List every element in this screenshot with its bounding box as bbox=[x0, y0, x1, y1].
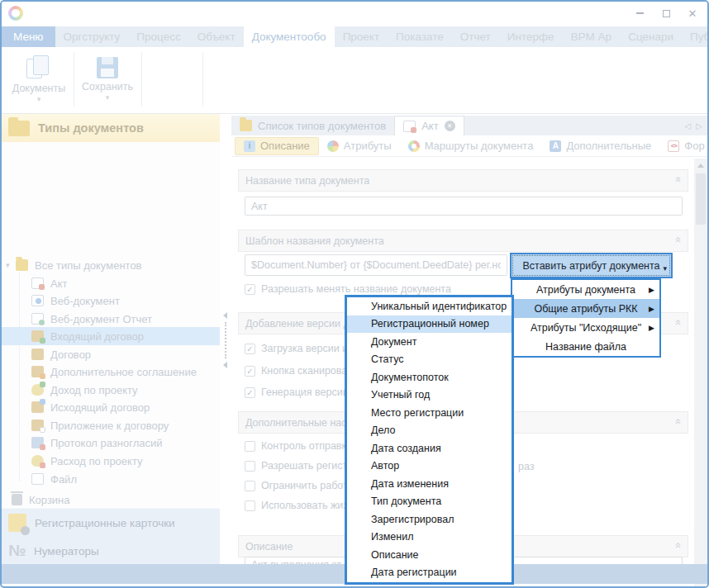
tab-docflow[interactable]: Документообо bbox=[244, 26, 335, 47]
lifecycle-checkbox[interactable]: Использовать жизн bbox=[245, 500, 354, 511]
submenu-item-author[interactable]: Автор bbox=[347, 458, 512, 476]
submenu-item-creation-date[interactable]: Дата создания bbox=[347, 439, 512, 458]
tab-publications[interactable]: Публикац bbox=[682, 26, 709, 47]
submenu-item-registered-by[interactable]: Зарегистрировал bbox=[347, 510, 512, 529]
view-tab-forms[interactable]: <> Фор bbox=[659, 137, 709, 155]
tab-bpm[interactable]: BPM Ар bbox=[563, 26, 621, 47]
checkbox-checked-icon[interactable]: ✓ bbox=[245, 284, 255, 295]
app-window: ✕ Меню Оргструкту Процесс Объект Докумен… bbox=[0, 0, 709, 588]
submenu-item-registration-place[interactable]: Место регистрации bbox=[347, 404, 512, 422]
submenu-item-status[interactable]: Статус bbox=[347, 351, 512, 369]
collapse-left-icon[interactable] bbox=[223, 312, 227, 319]
submenu-item-accounting-year[interactable]: Учетный год bbox=[347, 386, 512, 405]
tree-item-additional-agreement[interactable]: Дополнительное соглашение bbox=[2, 363, 220, 381]
tab-interface[interactable]: Интерфе bbox=[499, 26, 563, 47]
restrict-work-checkbox[interactable]: Ограничить работу bbox=[245, 480, 353, 491]
submenu-item-modified-by[interactable]: Изменил bbox=[347, 529, 512, 547]
collapse-section-icon[interactable]: » bbox=[671, 178, 683, 183]
tab-act[interactable]: Акт ✕ bbox=[394, 116, 464, 135]
view-tab-attributes[interactable]: Атрибуты bbox=[319, 137, 400, 155]
tree-item-trash[interactable]: Корзина bbox=[2, 491, 220, 509]
name-template-input[interactable] bbox=[245, 254, 507, 276]
checkbox-checked-icon[interactable]: ✓ bbox=[245, 387, 255, 398]
version-generation-checkbox[interactable]: ✓ Генерация версии п bbox=[245, 386, 357, 398]
tab-report[interactable]: Отчет bbox=[452, 26, 499, 47]
submenu-item-modified-date[interactable]: Дата изменения bbox=[347, 475, 512, 493]
tab-menu[interactable]: Меню bbox=[2, 26, 55, 47]
allow-register-checkbox[interactable]: Разрешать регистр bbox=[245, 460, 353, 472]
save-button[interactable]: Сохранить ▾ bbox=[75, 50, 140, 110]
close-icon: ✕ bbox=[688, 7, 697, 20]
collapse-section-icon[interactable]: » bbox=[671, 321, 683, 325]
incoming-contract-icon bbox=[31, 330, 44, 342]
nav-item-numerators[interactable]: № Нумераторы bbox=[2, 537, 220, 565]
dropdown-caret-icon: ▾ bbox=[106, 93, 110, 102]
tree-item-contract-attachment[interactable]: Приложение к договору bbox=[2, 416, 220, 434]
tree-item-web-document[interactable]: Веб-документ bbox=[2, 292, 220, 310]
tab-doc-type-list[interactable]: Список типов документов bbox=[231, 116, 394, 135]
view-tab-routes[interactable]: Маршруты документа bbox=[400, 137, 542, 155]
collapse-section-icon[interactable]: » bbox=[671, 239, 683, 243]
scroll-up-button[interactable] bbox=[694, 159, 707, 172]
tree-item-web-document-report[interactable]: Веб-документ Отчет bbox=[2, 310, 220, 328]
tree-item-incoming-contract[interactable]: Входящий договор bbox=[2, 327, 220, 345]
submenu-item-registration-date[interactable]: Дата регистрации bbox=[347, 564, 512, 582]
nav-item-registration-cards[interactable]: Регистрационные карточки bbox=[2, 509, 220, 537]
allow-rename-checkbox[interactable]: ✓ Разрешать менять название документа bbox=[245, 283, 451, 295]
send-control-checkbox[interactable]: Контроль отправки bbox=[245, 440, 352, 452]
view-tab-additional[interactable]: A Дополнительные bbox=[541, 137, 659, 155]
maximize-button[interactable] bbox=[659, 7, 673, 20]
tab-indicators[interactable]: Показате bbox=[388, 26, 452, 47]
menu-item-outgoing-attributes[interactable]: Атрибуты "Исходящие" ▶ bbox=[512, 318, 659, 337]
submenu-item-registration-number[interactable]: Регистрационный номер bbox=[347, 315, 512, 334]
tab-object[interactable]: Объект bbox=[189, 26, 244, 47]
close-button[interactable]: ✕ bbox=[686, 7, 699, 20]
version-upload-checkbox[interactable]: ✓ Загрузка версии из bbox=[245, 343, 353, 354]
dropdown-caret-icon: ▾ bbox=[663, 264, 667, 273]
submenu-item-document-type[interactable]: Тип документа bbox=[347, 493, 512, 511]
insert-attribute-button[interactable]: Вставить атрибут документа ▾ bbox=[510, 253, 673, 278]
submenu-item-case[interactable]: Дело bbox=[347, 422, 512, 440]
section-header-name[interactable]: Название типа документа » bbox=[238, 169, 688, 192]
menu-item-common-rkk-attributes[interactable]: Общие атрибуты РКК ▶ bbox=[512, 299, 659, 318]
tab-close-icon[interactable]: ✕ bbox=[445, 121, 455, 131]
vertical-scrollbar[interactable] bbox=[694, 159, 707, 588]
tree-item-contract[interactable]: Договор bbox=[2, 345, 220, 363]
documents-button[interactable]: Документы ▾ bbox=[7, 50, 71, 110]
menu-item-file-name[interactable]: Название файла bbox=[512, 337, 659, 356]
checkbox-checked-icon[interactable]: ✓ bbox=[245, 366, 255, 377]
submenu-item-docflow[interactable]: Документопоток bbox=[347, 368, 512, 386]
collapse-left-icon[interactable] bbox=[223, 362, 227, 368]
splitter-grip[interactable] bbox=[225, 322, 226, 358]
menu-item-document-attributes[interactable]: Атрибуты документа ▶ bbox=[512, 280, 659, 299]
scan-button-checkbox[interactable]: ✓ Кнопка сканирован bbox=[245, 365, 353, 377]
attachment-icon bbox=[31, 420, 44, 431]
expander-icon[interactable]: ▾ bbox=[6, 261, 16, 269]
minimize-button[interactable] bbox=[633, 7, 646, 20]
doc-type-name-input[interactable] bbox=[245, 197, 683, 216]
collapse-section-icon[interactable]: » bbox=[671, 420, 683, 424]
scrollbar-thumb[interactable] bbox=[696, 173, 706, 225]
tree-item-project-income[interactable]: Доход по проекту bbox=[2, 381, 220, 399]
tree-root-all-doc-types[interactable]: ▾ Все типы документов bbox=[2, 256, 220, 274]
view-tab-description[interactable]: i Описание bbox=[235, 137, 319, 155]
submenu-item-unique-id[interactable]: Уникальный идентификатор bbox=[347, 297, 512, 315]
tab-scroll-right-icon[interactable]: ▷ bbox=[696, 121, 702, 130]
tree-item-project-expense[interactable]: Расход по проекту bbox=[2, 452, 220, 470]
checkbox-checked-icon[interactable]: ✓ bbox=[245, 344, 255, 354]
section-header-template[interactable]: Шаблон названия документа » bbox=[238, 230, 688, 252]
tree-item-file[interactable]: Файл bbox=[2, 470, 220, 488]
collapse-section-icon[interactable]: » bbox=[671, 544, 683, 548]
tab-project[interactable]: Проект bbox=[335, 26, 388, 47]
tree-item-act[interactable]: Акт bbox=[2, 274, 220, 292]
sidebar-splitter[interactable] bbox=[220, 114, 231, 564]
submenu-item-document[interactable]: Документ bbox=[347, 333, 512, 351]
tab-scenarios[interactable]: Сценари bbox=[620, 26, 682, 47]
tree-item-outgoing-contract[interactable]: Исходящий договор bbox=[2, 398, 220, 416]
tab-orgstructure[interactable]: Оргструкту bbox=[55, 26, 129, 47]
dropdown-caret-icon: ▾ bbox=[37, 95, 41, 103]
tree-item-disagreement-protocol[interactable]: Протокол разногласий bbox=[2, 434, 220, 452]
submenu-item-description[interactable]: Описание bbox=[347, 546, 512, 564]
tab-scroll-left-icon[interactable]: ◁ bbox=[685, 121, 692, 130]
tab-process[interactable]: Процесс bbox=[128, 26, 188, 47]
